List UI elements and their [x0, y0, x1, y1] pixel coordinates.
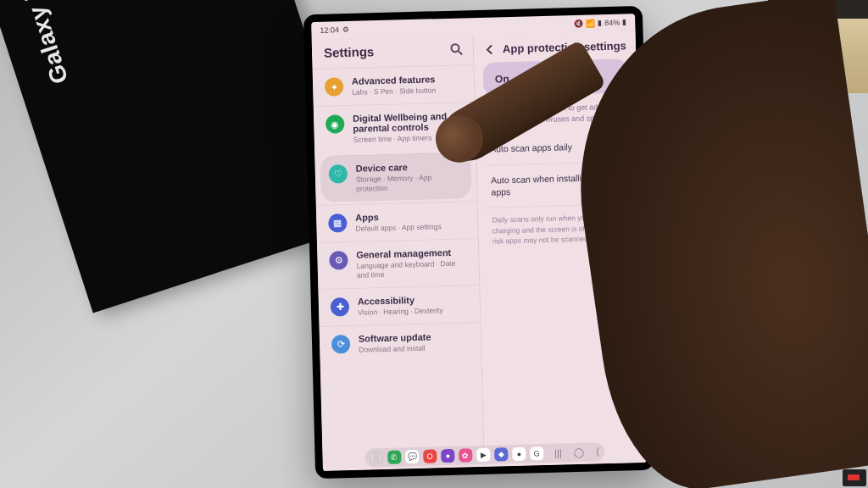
dock-phone-icon[interactable]: ✆ [387, 450, 401, 463]
accessibility-icon: ✚ [331, 297, 350, 317]
settings-item-accessibility[interactable]: ✚AccessibilityVision · Hearing · Dexteri… [318, 285, 480, 326]
channel-badge [843, 469, 866, 486]
item-subtitle: Vision · Hearing · Dexterity [358, 306, 470, 318]
apps-icon: ▦ [328, 214, 348, 233]
dock-google-icon[interactable]: G [530, 446, 543, 460]
item-subtitle: Storage · Memory · App protection [356, 173, 464, 194]
toggle-label: Auto scan apps daily [490, 141, 594, 156]
settings-item-general-management[interactable]: ⚙General managementLanguage and keyboard… [317, 238, 479, 289]
dock-youtube-icon[interactable]: ▶ [476, 448, 490, 462]
volume-icon: 🔇 [574, 19, 583, 28]
dock-messages-icon[interactable]: 💬 [405, 450, 419, 463]
dock-gallery-icon[interactable]: ✿ [459, 448, 472, 462]
nav-recents-icon[interactable]: ||| [554, 447, 562, 458]
dock-opera-icon[interactable]: O [423, 449, 437, 463]
dock-app-drawer-icon[interactable]: ⋮⋮ [370, 451, 383, 464]
item-title: Accessibility [358, 294, 470, 307]
advanced-features-icon: ✦ [325, 77, 344, 97]
back-icon[interactable] [484, 43, 496, 55]
settings-title: Settings [324, 44, 375, 60]
item-subtitle: Labs · S Pen · Side button [352, 85, 464, 97]
settings-item-software-update[interactable]: ⟳Software updateDownload and install [320, 322, 481, 363]
general-management-icon: ⚙ [329, 251, 348, 270]
dock-app-8-icon[interactable]: ● [512, 447, 526, 461]
dock-app-7-icon[interactable]: ◆ [494, 447, 508, 461]
nav-home-icon[interactable]: ◯ [574, 446, 584, 458]
item-subtitle: Default apps · App settings [355, 222, 467, 234]
item-subtitle: Language and keyboard · Date and time [357, 259, 470, 281]
item-title: Device care [356, 161, 463, 174]
settings-item-apps[interactable]: ▦AppsDefault apps · App settings [316, 201, 478, 242]
item-title: Apps [355, 210, 467, 223]
settings-indicator-icon: ⚙ [342, 25, 349, 34]
device-care-icon: ♡ [329, 164, 348, 184]
digital-wellbeing-icon: ◉ [326, 114, 345, 134]
item-title: Software update [359, 331, 470, 344]
svg-line-1 [459, 51, 462, 54]
item-title: Advanced features [352, 73, 464, 86]
nav-back-icon[interactable]: ⟨ [596, 446, 599, 458]
signal-icon: ▮ [598, 19, 602, 27]
dock-app-4-icon[interactable]: ● [441, 449, 454, 463]
software-update-icon: ⟳ [331, 335, 351, 354]
search-icon[interactable] [450, 42, 463, 55]
battery-icon: ▮ [622, 18, 626, 26]
svg-point-0 [451, 44, 459, 52]
item-title: General management [356, 247, 468, 260]
battery-text: 84% [604, 19, 620, 27]
item-subtitle: Download and install [359, 343, 470, 355]
status-time: 12:04 [320, 25, 339, 35]
wifi-icon: 📶 [586, 19, 595, 27]
settings-item-advanced-features[interactable]: ✦Advanced featuresLabs · S Pen · Side bu… [313, 64, 475, 106]
settings-list-panel: Settings ✦Advanced featuresLabs · S Pen … [312, 35, 485, 471]
toggle-label: Auto scan when installing apps [491, 173, 596, 198]
